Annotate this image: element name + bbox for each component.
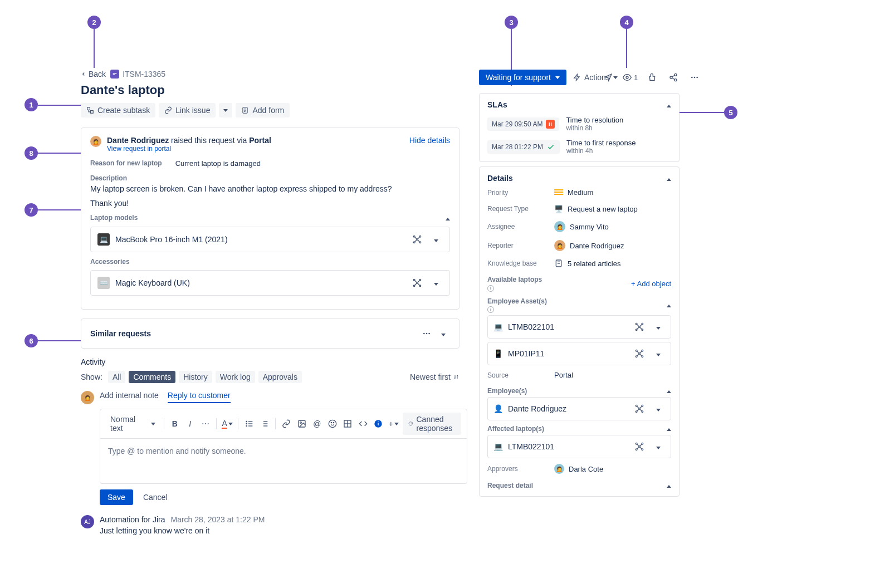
svg-point-62 xyxy=(642,405,643,406)
chevron-up-icon[interactable] xyxy=(667,482,671,489)
tab-all[interactable]: All xyxy=(108,371,126,383)
expand-icon[interactable] xyxy=(429,233,443,246)
svg-point-23 xyxy=(413,285,415,287)
chevron-up-icon[interactable] xyxy=(667,301,671,309)
add-internal-note-tab[interactable]: Add internal note xyxy=(100,391,159,403)
more-icon[interactable] xyxy=(688,71,701,84)
text-style-select[interactable]: Normal text xyxy=(106,413,160,434)
svg-point-4 xyxy=(691,77,693,79)
reporter-value[interactable]: 🙍 Dante Rodriguez xyxy=(554,240,624,251)
reason-value: Current laptop is damaged xyxy=(175,159,261,168)
save-button[interactable]: Save xyxy=(100,489,133,505)
asset-graph-icon[interactable] xyxy=(410,233,424,246)
knowledge-base-value[interactable]: 5 related articles xyxy=(554,259,620,268)
accessory-card[interactable]: ⌨️ Magic Keyboard (UK) xyxy=(90,270,450,296)
actions-button[interactable]: Actions xyxy=(573,73,618,82)
chevron-up-icon[interactable] xyxy=(667,425,671,433)
request-type-value[interactable]: 🖥️ Request a new laptop xyxy=(554,204,638,213)
reply-to-customer-tab[interactable]: Reply to customer xyxy=(168,391,231,403)
more-formatting-button[interactable]: ⋯ xyxy=(199,416,212,431)
laptop-model-card[interactable]: 💻 MacBook Pro 16-inch M1 (2021) xyxy=(90,227,450,252)
tab-approvals[interactable]: Approvals xyxy=(258,371,302,383)
svg-text:i: i xyxy=(378,421,379,427)
reason-label: Reason for new laptop xyxy=(90,159,162,168)
svg-point-5 xyxy=(694,77,696,79)
asset-card[interactable]: 📱MP01IP11 xyxy=(487,342,671,365)
expand-icon[interactable] xyxy=(652,347,665,360)
expand-icon[interactable] xyxy=(652,440,665,453)
asset-graph-icon[interactable] xyxy=(633,440,646,453)
svg-point-61 xyxy=(636,405,637,406)
table-button[interactable] xyxy=(341,416,354,431)
svg-point-41 xyxy=(333,422,334,423)
add-object-link[interactable]: + Add object xyxy=(631,280,671,288)
priority-value[interactable]: Medium xyxy=(554,188,593,197)
asset-graph-icon[interactable] xyxy=(410,276,424,290)
expand-icon[interactable] xyxy=(429,276,443,290)
svg-point-26 xyxy=(426,333,428,335)
assignee-value[interactable]: 🙍 Sammy Vito xyxy=(554,221,609,232)
insert-more-button[interactable]: + xyxy=(387,416,400,431)
asset-graph-icon[interactable] xyxy=(633,402,646,415)
add-form-button[interactable]: Add form xyxy=(236,103,290,117)
reporter-label: Reporter xyxy=(487,242,554,249)
mention-button[interactable]: @ xyxy=(310,416,324,431)
back-link[interactable]: Back xyxy=(81,70,106,79)
editor-placeholder[interactable]: Type @ to mention and notify someone. xyxy=(100,439,467,483)
expand-icon[interactable] xyxy=(652,402,665,415)
image-button[interactable] xyxy=(295,416,309,431)
tab-history[interactable]: History xyxy=(179,371,212,383)
text-color-button[interactable]: A xyxy=(221,416,234,431)
more-icon[interactable] xyxy=(420,327,433,340)
comment-date: March 28, 2023 at 1:22 PM xyxy=(171,515,265,524)
employee-assets-label: Employee Asset(s) xyxy=(487,297,547,305)
chevron-up-icon xyxy=(667,100,671,109)
code-button[interactable] xyxy=(356,416,370,431)
cancel-button[interactable]: Cancel xyxy=(138,489,173,505)
info-icon[interactable]: i xyxy=(487,306,494,313)
issue-key[interactable]: ITSM-13365 xyxy=(110,70,165,79)
accessories-header[interactable]: Accessories xyxy=(90,258,450,266)
sla-time-badge: Mar 28 01:22 PM xyxy=(487,140,560,154)
tab-work-log[interactable]: Work log xyxy=(216,371,255,383)
bullet-list-button[interactable] xyxy=(242,416,256,431)
link-button[interactable] xyxy=(280,416,293,431)
svg-point-69 xyxy=(642,449,643,450)
slas-header[interactable]: SLAs xyxy=(487,100,671,109)
employee-card[interactable]: 👤Dante Rodriguez xyxy=(487,397,671,420)
info-icon[interactable]: i xyxy=(487,285,494,292)
link-issue-more-button[interactable] xyxy=(219,103,232,117)
bold-button[interactable]: B xyxy=(168,416,182,431)
italic-button[interactable]: I xyxy=(183,416,197,431)
chevron-up-icon[interactable] xyxy=(667,387,671,395)
comment-body: Just letting you know we're on it xyxy=(100,526,265,535)
comment-editor[interactable]: Normal text B I ⋯ A xyxy=(100,409,467,484)
approvers-label: Approvers xyxy=(487,465,554,473)
asset-graph-icon[interactable] xyxy=(633,320,646,334)
hide-details-link[interactable]: Hide details xyxy=(409,136,450,145)
emoji-button[interactable] xyxy=(326,416,339,431)
show-label: Show: xyxy=(81,373,102,381)
asset-card[interactable]: 💻LTMB022101 xyxy=(487,315,671,339)
info-button[interactable]: i xyxy=(371,416,385,431)
canned-responses-button[interactable]: Canned responses xyxy=(403,413,461,435)
numbered-list-button[interactable] xyxy=(258,416,271,431)
callout-6: 6 xyxy=(25,334,38,347)
laptop-model-name: MacBook Pro 16-inch M1 (2021) xyxy=(115,235,228,244)
chevron-down-icon[interactable] xyxy=(437,327,450,340)
expand-icon[interactable] xyxy=(652,320,665,334)
sort-button[interactable]: Newest first xyxy=(410,373,460,381)
status-button[interactable]: Waiting for support xyxy=(479,70,566,85)
approvers-value[interactable]: 🙍 Darla Cote xyxy=(554,464,603,474)
details-header[interactable]: Details xyxy=(487,174,671,183)
tab-comments[interactable]: Comments xyxy=(129,371,175,383)
link-issue-button[interactable]: Link issue xyxy=(159,103,216,117)
asset-graph-icon[interactable] xyxy=(633,347,646,360)
source-value: Portal xyxy=(554,371,573,379)
view-in-portal-link[interactable]: View request in portal xyxy=(107,145,271,153)
laptop-models-header[interactable]: Laptop models xyxy=(90,213,450,222)
affected-laptop-card[interactable]: 💻LTMB022101 xyxy=(487,435,671,458)
issue-type-icon xyxy=(110,70,119,79)
user-icon: 👤 xyxy=(493,404,502,413)
create-subtask-button[interactable]: Create subtask xyxy=(81,103,155,117)
